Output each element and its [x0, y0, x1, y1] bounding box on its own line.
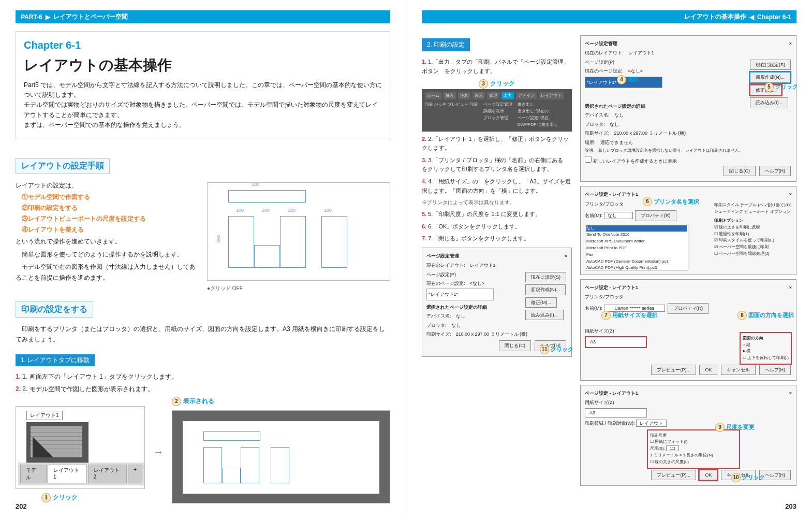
dim-gap: 100	[324, 208, 332, 213]
sec2-lead: 印刷をするプリンタ（またはプロッタ）の選択と、用紙のサイズ、図面の方向を設定しま…	[16, 324, 390, 345]
header-right: レイアウトの基本操作 ◀ Chapter 6-1	[422, 10, 796, 23]
page-setup-dialog-2: ページ設定管理× 現在のレイアウト: レイアウト1 ページ設定(P) 現在のペー…	[422, 248, 572, 357]
instr-7: 7. 7.「閉じる」ボタンをクリックします。	[422, 234, 572, 243]
tab-bar: モデル レイアウト1 レイアウト2 +	[18, 463, 144, 485]
instr-5: 5. 5.「印刷尺度」の尺度を 1:1 に変更します。	[422, 210, 572, 219]
chapter-title: レイアウトの基本操作	[24, 55, 382, 75]
instr-3: 3. 3.「プリンタ / プロッタ」欄の「名前」の右側にある をクリックして印刷…	[422, 156, 572, 174]
printer-list[interactable]: なし Send To OneNote 2016Microsoft XPS Doc…	[585, 224, 688, 270]
page-setup-printer-dialog: ページ設定 - レイアウト1× 6プリンタ名を選択 プリンタ/プロッタ 名前(M…	[580, 186, 796, 275]
part-label: PART-6	[21, 13, 42, 21]
step-3: ③レイアウトビューポートの尺度を設定する	[22, 214, 199, 223]
step-2: ②印刷の設定をする	[22, 204, 199, 212]
page-setup-scale-dialog: ページ設定 - レイアウト1× 用紙サイズ(Z) A3 9尺度を変更 印刷領域 …	[580, 385, 796, 486]
after-3: モデル空間で右の図形を作図（寸法線は入力しません）してあることを前提に操作を進め…	[16, 262, 199, 283]
instr-6: 6. 6.「OK」ボタンをクリックします。	[422, 222, 572, 232]
layout-preview	[172, 410, 390, 503]
tab-model[interactable]: モデル	[20, 465, 47, 483]
page-number-right: 203	[785, 502, 796, 510]
callout-2: 2 表示される	[172, 397, 214, 406]
grid-caption: ●グリッド OFF	[207, 285, 390, 292]
dim-w3: 100	[288, 208, 296, 213]
dim-top: 100	[252, 182, 259, 187]
chapter-intro: Part5 では、モデル空間から文字と寸法線を記入する方法について説明しました。…	[24, 80, 382, 130]
dim-h: 200	[216, 235, 221, 242]
instr-2: 2. 2.「レイアウト 1」を選択し、「修正」ボタンをクリックします。	[422, 135, 572, 153]
instr-1: 1. 1.「出力」タブの「印刷」パネルで「ページ設定管理」ボタン をクリックしま…	[422, 57, 572, 76]
section-heading-2: 印刷の設定をする	[16, 301, 93, 318]
after-1: という流れで操作を進めていきます。	[16, 236, 199, 247]
close-icon[interactable]: ×	[789, 284, 792, 291]
close-icon[interactable]: ×	[565, 252, 567, 260]
note-printer: ※プリンタによって表示は異なります。	[422, 198, 572, 207]
section-heading-1: レイアウトの設定手順	[16, 158, 110, 174]
step-1: ①モデル空間で作図する	[22, 193, 199, 202]
chevron-right-icon: ▶	[46, 13, 50, 21]
header-title: レイアウトとペーパー空間	[53, 12, 128, 21]
page-number-left: 202	[16, 502, 27, 510]
chapter-label: Chapter 6-1	[24, 39, 382, 51]
dim-w2: 100	[262, 208, 270, 213]
sub-heading-2: 2. 印刷の設定	[422, 38, 470, 51]
sub-heading-1: 1. レイアウトタブに移動	[16, 354, 95, 366]
layout-badge: レイアウト1	[26, 411, 63, 420]
page-setup-dialog-1: ページ設定管理× 現在のレイアウト: レイアウト1 ページ設定(P) 現在のペー…	[580, 35, 796, 182]
callout-1: 1 クリック	[41, 493, 78, 502]
sec2-s2: 2. 2. モデル空間で作図した図形が表示されます。	[16, 384, 390, 394]
chapter-box: Chapter 6-1 レイアウトの基本操作 Part5 では、モデル空間から文…	[16, 31, 390, 138]
header-right-chapter: Chapter 6-1	[757, 13, 791, 21]
instr-4: 4. 4.「用紙サイズ」の をクリックし、「A3」サイズを選択します。「図面の方…	[422, 177, 572, 195]
callout-3: 3 クリック	[479, 79, 515, 89]
header-left: PART-6 ▶ レイアウトとペーパー空間	[16, 10, 390, 23]
chevron-left-icon: ◀	[749, 13, 754, 21]
step-4: ④レイアウトを整える	[22, 225, 199, 234]
lead-text: レイアウトの設定は、	[16, 180, 199, 191]
arrow-icon: →	[153, 446, 164, 458]
close-icon[interactable]: ×	[789, 191, 792, 198]
after-2: 簡単な図形を使ってどのように操作するかを説明します。	[16, 249, 199, 260]
dim-w1: 100	[236, 208, 244, 213]
ribbon-screenshot: ホーム 挿入 注釈 表示 管理 出力 アドイン レイアウト 印刷 バッチ プレビ…	[422, 89, 572, 132]
close-icon[interactable]: ×	[789, 40, 792, 47]
tab-figure: レイアウト1 モデル レイアウト1 レイアウト2 +	[16, 406, 145, 489]
page-setup-paper-dialog: ページ設定 - レイアウト1× 7用紙サイズを選択 8図面の方向を選択 プリンタ…	[580, 279, 796, 381]
header-right-title: レイアウトの基本操作	[684, 12, 746, 21]
sec2-s1: 1. 1. 画面左下の「レイアウト 1」タブをクリックします。	[16, 371, 390, 382]
close-icon[interactable]: ×	[789, 390, 792, 397]
tab-plus[interactable]: +	[128, 465, 142, 483]
cad-figure: 100 100 100 100 100 200	[207, 182, 390, 281]
tab-layout2[interactable]: レイアウト2	[88, 465, 127, 483]
tab-layout1[interactable]: レイアウト1	[48, 465, 87, 483]
